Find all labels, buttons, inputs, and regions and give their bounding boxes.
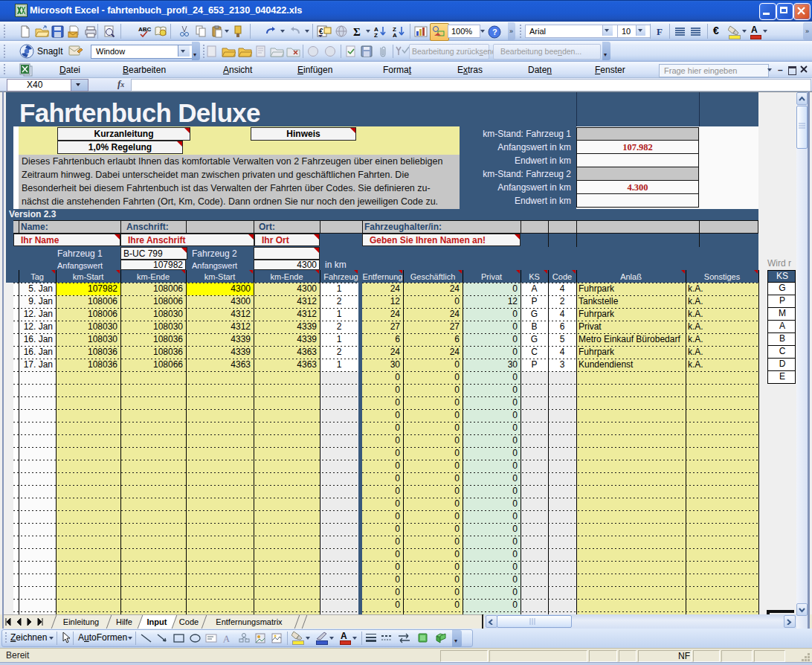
svg-text:ABC: ABC <box>138 26 152 33</box>
svg-text:Z: Z <box>374 32 378 38</box>
svg-text:€: € <box>319 28 323 36</box>
svg-text:?: ? <box>492 28 497 36</box>
svg-text:Σ: Σ <box>353 26 361 38</box>
svg-text:A: A <box>222 633 230 644</box>
svg-text:A: A <box>393 32 397 38</box>
